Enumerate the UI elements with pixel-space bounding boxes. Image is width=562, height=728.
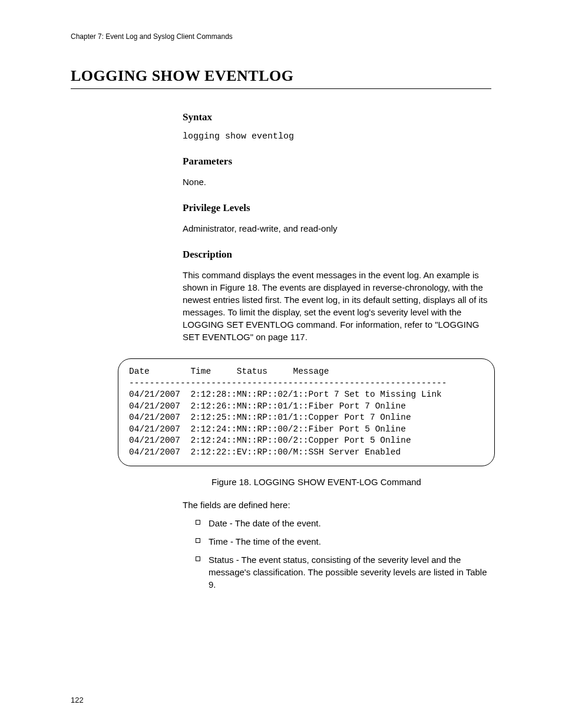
content-body: Syntax logging show eventlog Parameters …	[183, 111, 491, 343]
privilege-text: Administrator, read-write, and read-only	[183, 222, 491, 235]
list-item: Date - The date of the event.	[196, 517, 491, 529]
parameters-text: None.	[183, 176, 491, 188]
privilege-heading: Privilege Levels	[183, 202, 491, 214]
figure-header-row: Date Time Status Message	[129, 366, 484, 378]
figure-row: 04/21/2007 2:12:25::MN::RP::01/1::Copper…	[129, 412, 484, 424]
description-heading: Description	[183, 249, 491, 261]
fields-list: Date - The date of the event. Time - The…	[183, 517, 491, 591]
figure-caption: Figure 18. LOGGING SHOW EVENT-LOG Comman…	[141, 477, 491, 487]
chapter-header: Chapter 7: Event Log and Syslog Client C…	[71, 32, 491, 41]
page-number: 122	[71, 696, 84, 704]
fields-section: The fields are defined here: Date - The …	[183, 499, 491, 591]
list-item: Time - The time of the event.	[196, 535, 491, 548]
syntax-command: logging show eventlog	[183, 131, 491, 141]
figure-row: 04/21/2007 2:12:28::MN::RP::02/1::Port 7…	[129, 389, 484, 401]
figure-row: 04/21/2007 2:12:22::EV::RP::00/M::SSH Se…	[129, 447, 484, 459]
figure-row: 04/21/2007 2:12:24::MN::RP::00/2::Copper…	[129, 435, 484, 447]
list-item: Status - The event status, consisting of…	[196, 554, 491, 591]
page-container: Chapter 7: Event Log and Syslog Client C…	[0, 0, 562, 728]
parameters-heading: Parameters	[183, 156, 491, 167]
description-text: This command displays the event messages…	[183, 269, 491, 343]
figure-box: Date Time Status Message ---------------…	[118, 358, 495, 466]
fields-intro: The fields are defined here:	[183, 499, 491, 511]
page-title: LOGGING SHOW EVENTLOG	[71, 67, 491, 89]
figure-divider: ----------------------------------------…	[129, 378, 484, 390]
figure-row: 04/21/2007 2:12:26::MN::RP::01/1::Fiber …	[129, 401, 484, 413]
syntax-heading: Syntax	[183, 111, 491, 123]
figure-row: 04/21/2007 2:12:24::MN::RP::00/2::Fiber …	[129, 424, 484, 436]
